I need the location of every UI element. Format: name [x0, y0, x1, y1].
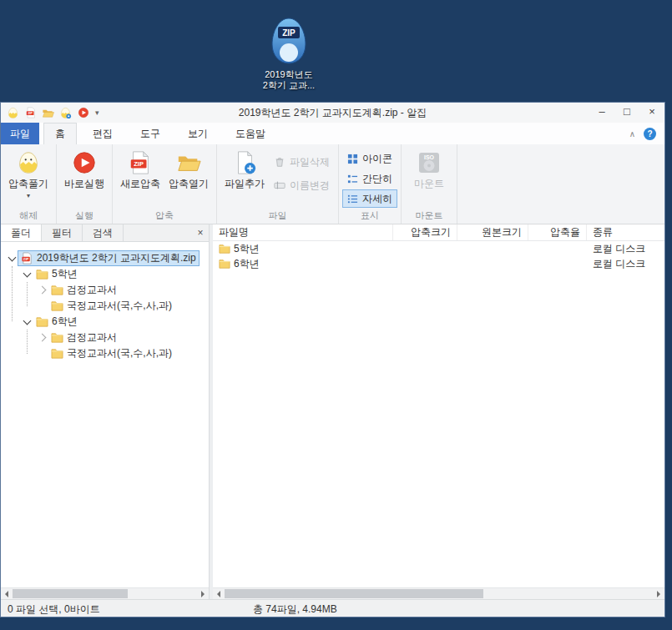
tree-spacer	[39, 350, 45, 356]
tab-help[interactable]: 도움말	[224, 123, 277, 144]
scrollbar-thumb[interactable]	[13, 589, 128, 598]
delete-file-button: 파일삭제	[269, 153, 335, 171]
file-list-header: 파일명 압축크기 원본크기 압축율 종류	[213, 224, 664, 241]
group-label-mount: 마운트	[405, 209, 453, 224]
tree-item-grade5-national[interactable]: 국정교과서(국,수,사,과)	[1, 298, 209, 314]
tab-tools[interactable]: 도구	[129, 123, 172, 144]
column-header-ratio[interactable]: 압축율	[528, 224, 587, 240]
zip-file-icon: ZIP	[128, 150, 153, 175]
tree-connector	[27, 330, 28, 354]
close-button[interactable]: ×	[639, 103, 664, 123]
view-simple-button[interactable]: 간단히	[342, 169, 397, 188]
extract-button[interactable]: 압축풀기 ▾	[4, 146, 53, 199]
tab-edit[interactable]: 편집	[81, 123, 124, 144]
total-status: 총 74파일, 4.94MB	[253, 602, 337, 617]
column-header-original-size[interactable]: 원본크기	[457, 224, 528, 240]
run-now-button[interactable]: 바로실행	[60, 146, 109, 191]
pane-tab-search[interactable]: 검색	[83, 224, 124, 241]
tree-item-archive-root[interactable]: ZIP 2019학년도 2학기 교과지도계획.zip	[1, 250, 209, 266]
view-icons-button[interactable]: 아이콘	[342, 149, 397, 168]
file-type: 로컬 디스크	[593, 242, 645, 256]
open-archive-button[interactable]: 압축열기	[164, 146, 213, 191]
file-row-grade6[interactable]: 6학년 로컬 디스크	[213, 256, 664, 271]
tree-item-grade5-certified[interactable]: 검정교과서	[1, 282, 209, 298]
help-icon[interactable]: ?	[644, 128, 656, 140]
rename-button: 이름변경	[269, 176, 335, 194]
pane-tab-filter[interactable]: 필터	[42, 224, 83, 241]
new-archive-button[interactable]: ZIP 새로압축	[116, 146, 164, 191]
ribbon-group-mount: ISO 마운트 마운트	[402, 144, 457, 224]
minimize-button[interactable]: –	[589, 103, 614, 123]
toolbar-customize-caret-icon[interactable]: ▾	[93, 108, 101, 117]
folder-icon	[36, 315, 48, 328]
svg-text:ZIP: ZIP	[23, 257, 29, 261]
pane-tab-folder[interactable]: 폴더	[1, 224, 42, 241]
group-label-run: 실행	[60, 209, 109, 224]
group-label-view: 표시	[342, 209, 397, 224]
tree-connector	[27, 282, 28, 306]
folder-icon	[51, 300, 63, 312]
chevron-down-icon[interactable]	[23, 269, 32, 277]
column-header-name[interactable]: 파일명	[213, 224, 393, 240]
tree-item-grade6-certified[interactable]: 검정교과서	[1, 330, 209, 345]
file-list-pane: 파일명 압축크기 원본크기 압축율 종류 5학년 로컬 디스크	[213, 224, 664, 599]
folder-tree: ZIP 2019학년도 2학기 교과지도계획.zip 5학년 검정교	[1, 242, 209, 587]
chevron-right-icon[interactable]	[38, 286, 47, 295]
tree-item-grade6[interactable]: 6학년	[1, 314, 209, 330]
tab-home[interactable]: 홈	[43, 123, 77, 144]
scrollbar-track[interactable]	[13, 588, 197, 599]
tab-view[interactable]: 보기	[176, 123, 220, 144]
group-label-file: 파일	[220, 209, 335, 224]
details-icon	[347, 194, 358, 204]
window-controls: – □ ×	[589, 103, 664, 123]
add-file-button[interactable]: 파일추가	[220, 146, 269, 191]
alzip-mascot-icon[interactable]	[6, 106, 20, 120]
mascot-settings-icon[interactable]	[58, 106, 73, 120]
scroll-left-arrow-icon[interactable]	[213, 588, 225, 600]
file-row-grade5[interactable]: 5학년 로컬 디스크	[213, 241, 664, 256]
close-pane-icon[interactable]: ×	[192, 224, 209, 241]
tree-item-grade6-national[interactable]: 국정교과서(국,수,사,과)	[1, 345, 209, 361]
column-header-packed-size[interactable]: 압축크기	[393, 224, 457, 240]
scrollbar-thumb[interactable]	[225, 589, 483, 598]
tree-item-grade5[interactable]: 5학년	[1, 266, 209, 282]
desktop: { "colors": { "brand_blue": "#3a6fc4", "…	[0, 0, 672, 630]
desktop-zip-file[interactable]: ZIP 2019학년도 2학기 교과...	[255, 17, 323, 91]
chevron-down-icon[interactable]	[23, 316, 32, 325]
scroll-right-arrow-icon[interactable]	[653, 588, 664, 600]
maximize-button[interactable]: □	[614, 103, 639, 123]
file-name: 5학년	[234, 242, 260, 256]
list-icon	[347, 174, 358, 184]
scroll-left-arrow-icon[interactable]	[1, 588, 13, 600]
status-bar: 0 파일 선택, 0바이트 총 74파일, 4.94MB	[1, 599, 664, 617]
svg-text:ZIP: ZIP	[28, 112, 33, 115]
left-pane-horizontal-scrollbar[interactable]	[1, 587, 209, 599]
tree-item-label: 국정교과서(국,수,사,과)	[67, 346, 172, 360]
ribbon-group-extract: 압축풀기 ▾ 해제	[1, 144, 57, 224]
run-icon[interactable]	[76, 106, 90, 120]
folder-icon	[51, 347, 63, 360]
open-folder-icon[interactable]	[41, 106, 55, 120]
zip-file-icon: ZIP	[21, 252, 33, 265]
group-label-extract: 해제	[4, 209, 53, 224]
right-pane-horizontal-scrollbar[interactable]	[213, 587, 664, 599]
tree-item-label: 5학년	[52, 267, 78, 281]
add-file-icon	[232, 150, 257, 175]
scroll-right-arrow-icon[interactable]	[197, 588, 209, 600]
chevron-right-icon[interactable]	[38, 334, 47, 342]
column-header-type[interactable]: 종류	[587, 224, 664, 240]
chevron-down-icon: ▾	[27, 193, 30, 199]
chevron-down-icon[interactable]	[8, 253, 17, 261]
scrollbar-track[interactable]	[225, 588, 653, 599]
tab-file[interactable]: 파일	[1, 123, 39, 144]
zip-file-icon[interactable]: ZIP	[23, 106, 38, 120]
file-list-body: 5학년 로컬 디스크 6학년 로컬 디스크	[213, 241, 664, 587]
svg-text:ZIP: ZIP	[134, 160, 144, 168]
open-folder-icon	[176, 150, 201, 175]
view-details-button[interactable]: 자세히	[342, 189, 397, 208]
tree-item-label: 국정교과서(국,수,사,과)	[67, 299, 172, 313]
tree-item-label: 6학년	[52, 315, 78, 329]
tree-item-label: 2019학년도 2학기 교과지도계획.zip	[37, 251, 196, 265]
file-type: 로컬 디스크	[593, 257, 645, 271]
collapse-ribbon-icon[interactable]: ∧	[629, 129, 635, 139]
